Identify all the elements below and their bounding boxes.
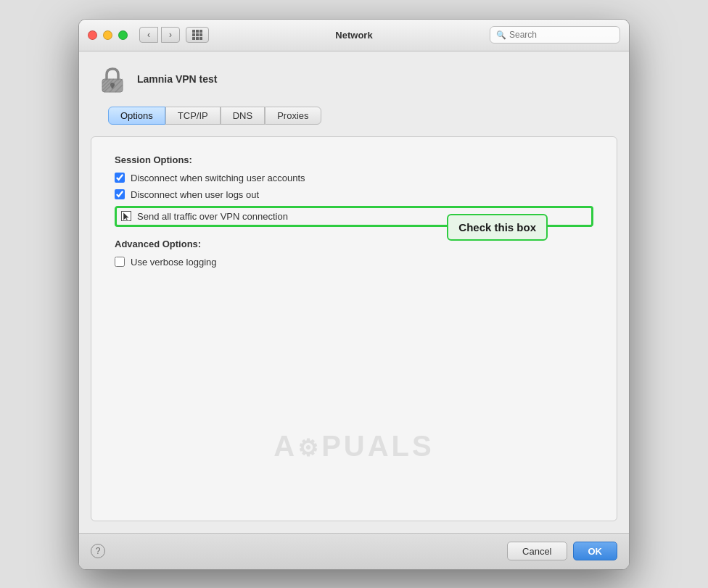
search-box[interactable]: 🔍 — [490, 26, 620, 44]
grid-button[interactable] — [186, 27, 209, 43]
tab-dns[interactable]: DNS — [221, 107, 265, 125]
verbose-logging-label: Use verbose logging — [131, 257, 217, 268]
titlebar: ‹ › Network 🔍 — [79, 20, 629, 51]
vpn-header: Lamnia VPN test — [91, 63, 617, 95]
content-area: Lamnia VPN test Options TCP/IP DNS Proxi… — [79, 51, 629, 533]
checkbox-row-verbose-logging: Use verbose logging — [115, 257, 593, 268]
search-icon: 🔍 — [496, 30, 506, 40]
disconnect-logout-label: Disconnect when user logs out — [131, 189, 259, 200]
send-all-traffic-row: Send all traffic over VPN connection Che… — [115, 206, 593, 227]
grid-icon — [192, 30, 202, 40]
help-button[interactable]: ? — [91, 544, 105, 558]
checkbox-row-disconnect-logout: Disconnect when user logs out — [115, 189, 593, 200]
disconnect-logout-checkbox[interactable] — [115, 189, 125, 199]
window-title: Network — [335, 30, 372, 41]
back-button[interactable]: ‹ — [139, 27, 158, 43]
traffic-lights — [88, 30, 128, 40]
tabs-bar: Options TCP/IP DNS Proxies — [91, 107, 617, 125]
minimize-button[interactable] — [103, 30, 112, 40]
maximize-button[interactable] — [118, 30, 128, 40]
tooltip: Check this box — [447, 214, 548, 241]
tab-tcpip[interactable]: TCP/IP — [165, 107, 221, 125]
back-icon: ‹ — [147, 30, 150, 40]
nav-buttons: ‹ › — [139, 27, 180, 43]
verbose-logging-checkbox[interactable] — [115, 257, 125, 267]
vpn-name: Lamnia VPN test — [137, 73, 217, 85]
ok-button[interactable]: OK — [573, 542, 618, 560]
send-all-traffic-label: Send all traffic over VPN connection — [137, 211, 288, 222]
cancel-button[interactable]: Cancel — [507, 542, 567, 560]
cursor-icon — [122, 212, 132, 222]
checkbox-row-disconnect-switch: Disconnect when switching user accounts — [115, 173, 593, 183]
tooltip-text: Check this box — [458, 221, 536, 233]
cursor-checkbox[interactable] — [121, 211, 131, 221]
vpn-icon — [96, 63, 128, 95]
disconnect-switch-label: Disconnect when switching user accounts — [131, 173, 305, 183]
close-button[interactable] — [88, 30, 97, 40]
tab-options[interactable]: Options — [108, 107, 165, 125]
svg-marker-9 — [123, 212, 129, 221]
watermark: A⚙PUALS — [273, 430, 434, 463]
search-input[interactable] — [509, 30, 614, 40]
help-icon: ? — [96, 546, 101, 556]
network-window: ‹ › Network 🔍 — [78, 19, 630, 570]
disconnect-switch-checkbox[interactable] — [115, 173, 125, 183]
options-panel: Session Options: Disconnect when switchi… — [91, 136, 617, 521]
bottom-bar: ? Cancel OK — [79, 533, 629, 569]
tab-proxies[interactable]: Proxies — [265, 107, 321, 125]
forward-icon: › — [169, 30, 172, 40]
forward-button[interactable]: › — [161, 27, 180, 43]
session-options-title: Session Options: — [115, 154, 593, 165]
